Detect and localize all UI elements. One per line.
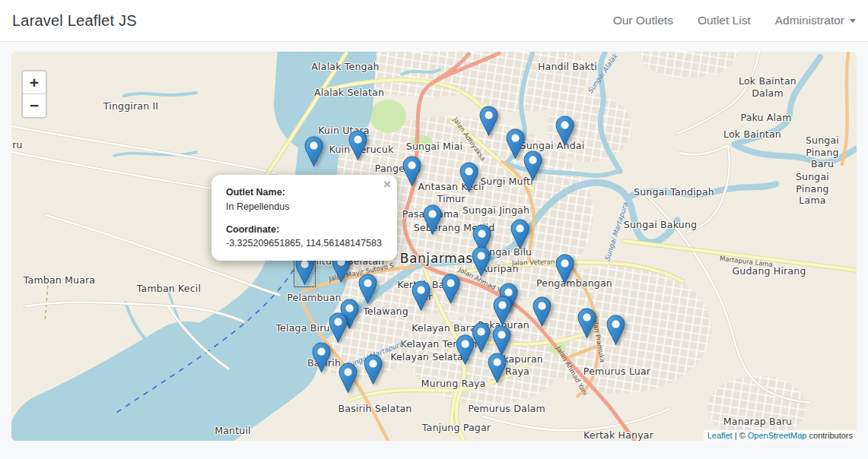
zoom-in-button[interactable]: + [23,71,46,94]
map-marker[interactable] [577,308,596,339]
popup-coordinate: -3.325209651865, 114.56148147583 [226,238,382,248]
map-marker[interactable] [423,204,442,236]
zoom-out-button[interactable]: − [23,94,46,117]
attribution-separator: | © [733,431,748,440]
map-marker[interactable] [479,106,498,137]
outlet-popup: × Outlet Name: In Repellendus Coordinate… [211,175,397,261]
map-marker[interactable] [402,156,421,187]
attribution-suffix: contributors [806,431,853,440]
map-marker[interactable] [510,219,529,250]
map-marker[interactable] [555,116,574,147]
popup-close-button[interactable]: × [383,178,391,191]
map-marker[interactable] [493,296,512,327]
brand-link[interactable]: Laravel Leaflet JS [12,12,137,30]
nav-links: Our Outlets Outlet List Administrator [589,14,856,27]
nav-our-outlets[interactable]: Our Outlets [613,14,673,27]
map-marker[interactable] [304,136,323,167]
map-marker[interactable] [364,354,383,385]
map-marker[interactable] [555,254,574,285]
caret-down-icon [850,19,856,23]
map-marker[interactable] [412,280,431,312]
popup-outlet-name: In Repellendus [226,201,289,212]
map-marker[interactable] [441,274,460,305]
map-marker[interactable] [358,274,377,305]
map-marker[interactable] [459,162,479,193]
map-marker[interactable] [523,150,542,182]
administrator-label: Administrator [775,14,844,27]
leaflet-link[interactable]: Leaflet [707,431,733,440]
map-marker[interactable] [606,315,625,346]
nav-administrator-dropdown[interactable]: Administrator [775,14,856,27]
map-marker[interactable] [329,312,348,343]
map-marker[interactable] [456,334,475,366]
leaflet-map[interactable]: Alalak TengahHandil BaktiAlalak SelatanT… [11,52,857,441]
popup-name-label: Outlet Name: [226,187,285,198]
zoom-control: + − [21,70,47,119]
map-marker[interactable] [533,296,552,328]
map-marker[interactable] [488,353,507,384]
map-marker[interactable] [312,342,331,373]
map-attribution: Leaflet | © OpenStreetMap contributors [704,430,857,441]
map-marker[interactable] [339,362,358,394]
map-marker[interactable] [348,130,367,161]
openstreetmap-link[interactable]: OpenStreetMap [748,431,807,440]
map-marker[interactable] [506,128,525,160]
map-marker[interactable] [492,325,511,356]
popup-coord-label: Coordinate: [226,224,279,235]
navbar: Laravel Leaflet JS Our Outlets Outlet Li… [0,0,868,42]
map-tiles [11,52,857,441]
map-marker[interactable] [472,246,491,277]
nav-outlet-list[interactable]: Outlet List [698,14,751,27]
